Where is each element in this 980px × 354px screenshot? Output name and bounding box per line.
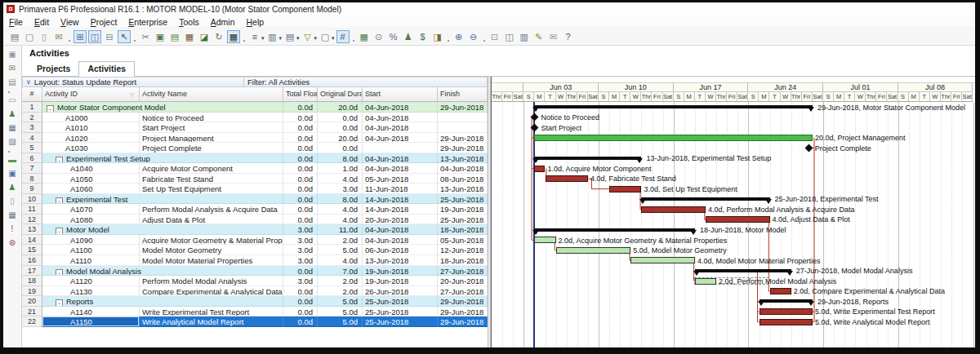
total-float-cell[interactable]: 0.0d [283,143,318,153]
finish-cell[interactable]: 29-Jun-2018 [438,102,488,113]
table-row[interactable]: 19A1130Compare Experimental & Analytical… [22,286,488,297]
row-number-cell[interactable]: 7 [22,163,42,174]
toolbar-fill-down-icon[interactable]: ▦ [183,30,196,43]
activity-id-cell[interactable]: A1070 [42,204,140,215]
table-row[interactable]: 22A1150Write Analytical Model Report0.0d… [22,316,488,327]
activity-name-cell[interactable]: Fabricate Test Stand [140,174,283,184]
finish-cell[interactable] [438,122,488,133]
start-cell[interactable]: 04-Jun-2018 [363,113,438,123]
toolbar-print-icon[interactable]: ▤ [8,30,21,43]
gantt-bar[interactable] [630,257,695,263]
gantt-bar[interactable] [695,278,716,285]
toolbar-zoom-fit-icon[interactable]: ⊡ [488,30,501,43]
collapse-box[interactable]: - [56,197,63,205]
original-duration-cell[interactable]: 5.0d [318,296,363,307]
original-duration-cell[interactable]: 4.0d [318,215,363,225]
table-row[interactable]: 3A1010Start Project0.0d0.0d04-Jun-2018 [22,122,488,133]
toolbar-resources-icon[interactable]: ♟ [402,30,415,43]
collapse-box[interactable]: - [56,269,63,277]
activity-id-cell[interactable]: A1080 [42,215,140,225]
toolbar-table-font-icon[interactable]: ▤ [283,30,296,43]
original-duration-cell[interactable]: 0.0d [318,143,363,153]
table-row[interactable]: 12A1080Adjust Data & Plot0.0d4.0d20-Jun-… [22,215,488,225]
gantt-summary-bar[interactable] [534,157,641,160]
original-duration-cell[interactable]: 5.0d [318,316,363,327]
toolbar-delete-activity-icon[interactable]: ↻ [212,30,225,43]
total-float-cell[interactable]: 0.0d [283,316,318,327]
table-row[interactable]: 1-Motor Stator Component Model0.0d20.0d0… [22,102,488,113]
row-number-cell[interactable]: 16 [22,255,42,266]
total-float-cell[interactable]: 0.0d [283,133,318,144]
row-number-cell[interactable]: 8 [22,174,42,184]
dropdown-caret-icon[interactable]: ▾ [314,35,318,42]
gantt-bar[interactable] [534,135,813,141]
table-row[interactable]: 21A1140Write Experimental Test Report0.0… [22,307,488,317]
start-cell[interactable]: 05-Jun-2018 [363,174,438,184]
total-float-cell[interactable]: 3.0d [283,255,318,266]
activity-name-cell[interactable]: Project Management [140,133,283,144]
row-number-cell[interactable]: 20 [22,296,42,307]
table-row[interactable]: 7A1040Acquire Motor Component0.0d1.0d04-… [22,163,488,174]
finish-cell[interactable]: 12-Jun-2018 [438,245,488,255]
toolbar-schedule-icon[interactable]: ▦ [227,30,240,43]
start-cell[interactable]: 26-Jun-2018 [363,286,438,297]
group-name-cell[interactable]: -Model Modal Analysis [42,266,283,277]
toolbar-add-activity-icon[interactable]: ◪ [198,30,211,43]
activity-id-cell[interactable]: A1010 [42,122,140,133]
activity-id-cell[interactable]: A1050 [42,174,140,184]
toolbar-update-progress-icon[interactable]: ⊙ [372,30,385,43]
column-header-finish[interactable]: Finish [438,87,488,101]
collapse-box[interactable]: - [47,105,54,113]
toolbar-horizontal-split-icon[interactable]: ◫ [503,30,516,43]
toolbar-help-icon[interactable]: ? [562,30,575,43]
finish-cell[interactable]: 20-Jun-2018 [438,276,488,286]
toolbar-print-preview-icon[interactable]: ▢ [23,30,36,43]
rail-assignments-icon[interactable]: ▦ [6,122,19,135]
finish-cell[interactable]: 27-Jun-2018 [438,286,488,297]
start-cell[interactable]: 04-Jun-2018 [363,102,438,113]
start-cell[interactable]: 25-Jun-2018 [363,296,438,307]
finish-cell[interactable]: 04-Jun-2018 [438,163,488,174]
gantt-bar[interactable] [609,186,641,192]
total-float-cell[interactable]: 0.0d [283,122,318,133]
gantt-summary-bar[interactable] [760,299,813,303]
finish-cell[interactable]: 18-Jun-2018 [438,224,488,235]
toolbar-filter-icon[interactable]: ▽ [301,30,314,43]
activity-id-cell[interactable]: A1130 [42,286,140,297]
row-number-cell[interactable]: 19 [22,286,42,297]
group-name-cell[interactable]: -Experimental Test Setup [42,153,283,164]
activity-name-cell[interactable]: Compare Experimental & Analytical Data [140,286,283,297]
finish-cell[interactable] [438,113,488,123]
activity-name-cell[interactable]: Acquire Motor Geometry & Material Proper… [140,235,283,246]
row-number-cell[interactable]: 2 [22,113,42,123]
total-float-cell[interactable]: 3.0d [283,245,318,255]
activity-name-cell[interactable]: Start Project [140,122,283,133]
activity-name-cell[interactable]: Notice to Proceed [140,113,283,123]
column-header-num[interactable]: # [22,87,42,101]
rail-reports-icon[interactable]: ▤ [6,77,19,89]
table-row[interactable]: 10-Experimental Test0.0d8.0d14-Jun-20182… [22,194,488,205]
layout-selector[interactable]: ∨ Layout: Status Update Report [23,77,244,86]
finish-cell[interactable]: 18-Jun-2018 [438,255,488,266]
column-header-name[interactable]: Activity Name [140,87,283,101]
activity-name-cell[interactable]: Adjust Data & Plot [140,215,283,225]
finish-cell[interactable]: 27-Jun-2018 [438,266,488,277]
row-number-cell[interactable]: 1 [22,102,42,113]
start-cell[interactable]: 14-Jun-2018 [363,194,438,205]
activity-id-cell[interactable]: A1060 [42,184,140,194]
row-number-cell[interactable]: 21 [22,307,42,317]
original-duration-cell[interactable]: 20.0d [318,102,363,113]
total-float-cell[interactable]: 0.0d [283,163,318,174]
rail-tracking-icon[interactable]: ▨ [6,136,19,148]
table-row[interactable]: 9A1060Set Up Test Equipment0.0d3.0d11-Ju… [22,184,488,194]
menu-item-view[interactable]: View [55,16,85,28]
total-float-cell[interactable]: 0.0d [283,174,318,184]
row-number-cell[interactable]: 22 [22,316,42,327]
toolbar-vertical-split-icon[interactable]: ▥ [518,30,531,43]
start-cell[interactable]: 11-Jun-2018 [363,184,438,194]
activity-name-cell[interactable]: Set Up Test Equipment [140,184,283,194]
activity-id-cell[interactable]: A1140 [42,307,140,317]
row-number-cell[interactable]: 6 [22,153,42,164]
collapse-box[interactable]: - [56,157,63,164]
total-float-cell[interactable]: 0.0d [283,184,318,194]
